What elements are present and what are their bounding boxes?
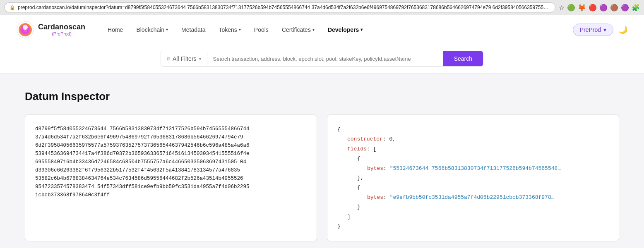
extension-icon-1[interactable]: 🟢 (567, 4, 575, 12)
filter-caret: ▾ (199, 57, 201, 61)
theme-toggle-icon[interactable]: 🌙 (618, 25, 627, 34)
json-fields-line: fields: [ (337, 144, 609, 154)
extension-icon-7[interactable]: 🧩 (632, 4, 640, 12)
raw-datum-panel: d8799f5f584055324673644 7566b58313830734… (25, 114, 317, 241)
preprod-caret: ▾ (603, 26, 606, 33)
json-bytes-1-key: bytes (367, 165, 383, 172)
extension-icon-5[interactable]: 🟤 (610, 4, 618, 12)
json-datum-panel: { constructor: 0, fields: [ { bytes: "55… (327, 114, 619, 241)
star-icon[interactable]: ☆ (559, 4, 565, 12)
extension-icon-4[interactable]: 🟣 (599, 4, 608, 12)
json-bytes-2-line: bytes: "e9efb9bb50fc3531da4955a7f4d06b22… (337, 193, 609, 202)
main-content: Datum Inspector d8799f5f584055324673644 … (0, 74, 644, 248)
nav-blockchain-label: Blockchain (136, 26, 164, 33)
nav-tokens[interactable]: Tokens ▾ (213, 23, 246, 36)
json-field-1-close: }, (337, 173, 609, 183)
svg-point-2 (23, 25, 28, 30)
logo-text: Cardanoscan (PreProd) (38, 23, 85, 36)
developers-caret: ▾ (360, 27, 363, 32)
nav-links: Home Blockchain ▾ Metadata Tokens ▾ Pool… (102, 23, 573, 36)
preprod-button[interactable]: PreProd ▾ (573, 24, 613, 36)
json-fields-key: fields (347, 146, 367, 152)
navbar: Cardanoscan (PreProd) Home Blockchain ▾ … (0, 15, 644, 44)
json-open-brace: { (337, 125, 609, 134)
extension-icon-3[interactable]: 🔴 (589, 4, 597, 12)
filter-icon: ⧄ (167, 55, 170, 62)
nav-metadata[interactable]: Metadata (175, 23, 211, 36)
nav-home[interactable]: Home (102, 23, 129, 36)
nav-tokens-label: Tokens (219, 26, 237, 33)
logo-preprod: (PreProd) (38, 31, 85, 36)
nav-certificates-label: Certificates (282, 26, 311, 33)
json-bytes-2-value: "e9efb9bb50fc3531da4955a7f4d06b22951cbcb… (390, 194, 555, 200)
raw-datum-text: d8799f5f584055324673644 7566b58313830734… (35, 125, 307, 199)
address-bar[interactable]: 🔒 preprod.cardanoscan.io/datumInspector?… (4, 2, 555, 12)
filter-dropdown[interactable]: ⧄ All Filters ▾ (161, 51, 207, 66)
browser-chrome: 🔒 preprod.cardanoscan.io/datumInspector?… (0, 0, 644, 15)
blockchain-caret: ▾ (166, 27, 168, 32)
extension-icon-6[interactable]: 🟣 (621, 4, 629, 12)
address-bar-url: preprod.cardanoscan.io/datumInspector?da… (18, 5, 550, 10)
nav-pools[interactable]: Pools (248, 23, 274, 36)
nav-pools-label: Pools (254, 26, 269, 33)
search-button[interactable]: Search (443, 51, 483, 66)
json-content: { constructor: 0, fields: [ { bytes: "55… (337, 125, 609, 231)
filter-label: All Filters (173, 55, 197, 62)
nav-developers-label: Developers (328, 26, 359, 33)
inspector-grid: d8799f5f584055324673644 7566b58313830734… (25, 114, 619, 241)
json-field-1-open: { (337, 154, 609, 163)
json-close-brace: } (337, 222, 609, 231)
preprod-label: PreProd (580, 26, 601, 33)
search-bar: ⧄ All Filters ▾ Search (161, 51, 483, 67)
nav-right: PreProd ▾ 🌙 (573, 24, 627, 36)
nav-developers[interactable]: Developers ▾ (322, 23, 368, 36)
json-field-2-open: { (337, 183, 609, 192)
nav-blockchain[interactable]: Blockchain ▾ (130, 23, 174, 36)
tokens-caret: ▾ (239, 27, 241, 32)
browser-actions: ☆ 🟢 🦊 🔴 🟣 🟤 🟣 🧩 (559, 4, 640, 12)
logo[interactable]: Cardanoscan (PreProd) (17, 21, 85, 38)
nav-home-label: Home (108, 26, 123, 33)
page-title: Datum Inspector (25, 90, 619, 103)
json-field-2-close: } (337, 202, 609, 212)
json-bytes-2-key: bytes (367, 194, 383, 200)
json-fields-close: ] (337, 212, 609, 222)
lock-icon: 🔒 (10, 5, 15, 10)
search-button-label: Search (454, 55, 472, 62)
search-section: ⧄ All Filters ▾ Search (0, 44, 644, 74)
logo-icon (17, 21, 34, 38)
search-input[interactable] (207, 52, 443, 66)
nav-metadata-label: Metadata (181, 26, 205, 33)
extension-icon-2[interactable]: 🦊 (578, 4, 586, 12)
certificates-caret: ▾ (312, 27, 315, 32)
logo-name: Cardanoscan (38, 23, 85, 31)
json-constructor-line: constructor: 0, (337, 134, 609, 144)
json-bytes-1-value: "55324673644 7566b58313830734f713177526b… (390, 165, 561, 172)
json-constructor-key: constructor (347, 136, 383, 142)
json-bytes-1-line: bytes: "55324673644 7566b58313830734f713… (337, 164, 609, 173)
nav-certificates[interactable]: Certificates ▾ (276, 23, 320, 36)
